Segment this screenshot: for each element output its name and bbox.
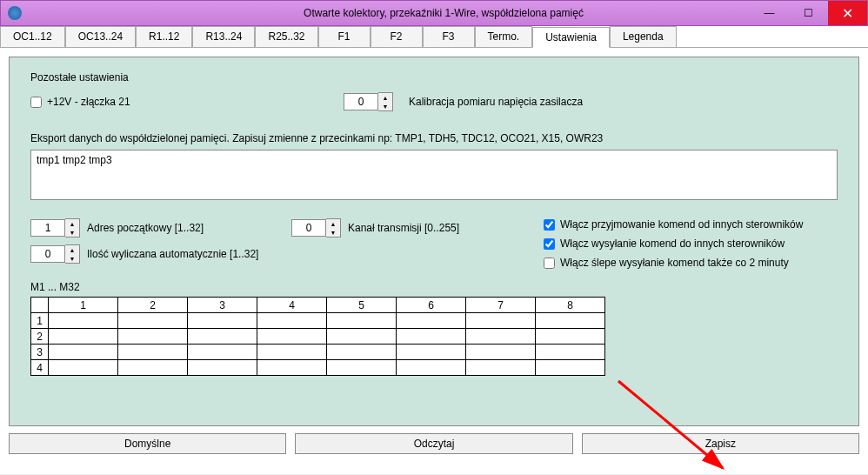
save-button[interactable]: Zapisz bbox=[582, 433, 859, 454]
checkbox-blind[interactable]: Włącz ślepe wysyłanie komend także co 2 … bbox=[544, 257, 789, 269]
window-controls: — ☐ ✕ bbox=[750, 1, 867, 25]
defaults-button[interactable]: Domyślne bbox=[9, 433, 286, 454]
grid-row-1[interactable]: 1 bbox=[31, 313, 605, 329]
channel-down[interactable]: ▼ bbox=[326, 228, 340, 237]
grid-row-2[interactable]: 2 bbox=[31, 329, 605, 345]
tab-oc1-12[interactable]: OC1..12 bbox=[0, 26, 65, 47]
grid-col-4: 4 bbox=[257, 298, 327, 313]
checkbox-blind-label: Włącz ślepe wysyłanie komend także co 2 … bbox=[560, 257, 789, 269]
minimize-button[interactable]: — bbox=[750, 1, 789, 25]
calibration-spinner[interactable]: ▲ ▼ bbox=[344, 92, 393, 111]
tab-f2[interactable]: F2 bbox=[371, 26, 423, 47]
close-button[interactable]: ✕ bbox=[828, 1, 867, 25]
checkbox-12v[interactable]: +12V - złączka 21 bbox=[30, 96, 344, 108]
checkbox-receive-input[interactable] bbox=[544, 219, 555, 231]
svg-line-0 bbox=[618, 381, 723, 468]
window-title: Otwarte kolektory, przekaźniki 1-Wire, w… bbox=[27, 7, 860, 19]
calibration-input[interactable] bbox=[344, 93, 378, 110]
checkbox-12v-label: +12V - złączka 21 bbox=[47, 96, 130, 108]
checkbox-receive-label: Włącz przyjmowanie komend od innych ster… bbox=[560, 218, 803, 231]
tab-f1[interactable]: F1 bbox=[318, 26, 371, 47]
section-title: Pozostałe ustawienia bbox=[30, 71, 838, 84]
auto-count-down[interactable]: ▼ bbox=[65, 254, 79, 263]
channel-input[interactable] bbox=[291, 219, 326, 237]
tab-f3[interactable]: F3 bbox=[423, 26, 475, 47]
calibration-label: Kalibracja pomiaru napięcia zasilacza bbox=[409, 96, 583, 108]
m-grid[interactable]: 1 2 3 4 5 6 7 8 1 2 3 4 bbox=[30, 297, 605, 376]
checkbox-blind-input[interactable] bbox=[544, 258, 555, 269]
tab-r25-32[interactable]: R25..32 bbox=[255, 26, 317, 47]
m-label: M1 ... M32 bbox=[30, 281, 838, 293]
addr-start-label: Adres początkowy [1..32] bbox=[87, 222, 204, 234]
export-textarea[interactable] bbox=[30, 150, 838, 200]
tab-oc13-24[interactable]: OC13..24 bbox=[65, 26, 136, 47]
checkbox-send-label: Włącz wysyłanie komend do innych sterown… bbox=[560, 238, 785, 250]
grid-col-8: 8 bbox=[536, 298, 605, 313]
settings-panel: Pozostałe ustawienia +12V - złączka 21 ▲… bbox=[9, 57, 859, 426]
grid-col-2: 2 bbox=[118, 298, 188, 313]
checkbox-12v-input[interactable] bbox=[30, 97, 42, 108]
channel-label: Kanał transmisji [0..255] bbox=[348, 222, 459, 234]
tab-legenda[interactable]: Legenda bbox=[610, 26, 677, 47]
checkbox-receive[interactable]: Włącz przyjmowanie komend od innych ster… bbox=[544, 218, 803, 231]
addr-start-down[interactable]: ▼ bbox=[65, 228, 79, 237]
auto-count-up[interactable]: ▲ bbox=[65, 245, 79, 254]
grid-col-6: 6 bbox=[397, 298, 466, 313]
grid-col-3: 3 bbox=[188, 298, 257, 313]
read-button[interactable]: Odczytaj bbox=[295, 433, 572, 454]
tab-r1-12[interactable]: R1..12 bbox=[136, 26, 192, 47]
export-label: Eksport danych do współdzielonej pamięci… bbox=[30, 132, 838, 144]
grid-col-1: 1 bbox=[49, 298, 118, 313]
bottom-button-bar: Domyślne Odczytaj Zapisz bbox=[9, 433, 859, 454]
grid-col-5: 5 bbox=[327, 298, 397, 313]
auto-count-spinner[interactable]: ▲ ▼ bbox=[30, 244, 80, 264]
tab-r13-24[interactable]: R13..24 bbox=[192, 26, 255, 47]
grid-col-7: 7 bbox=[466, 298, 536, 313]
channel-up[interactable]: ▲ bbox=[326, 219, 340, 228]
annotation-arrow bbox=[610, 372, 749, 475]
calibration-up[interactable]: ▲ bbox=[378, 93, 392, 102]
tab-termo[interactable]: Termo. bbox=[475, 26, 533, 47]
content-area: Pozostałe ustawienia +12V - złączka 21 ▲… bbox=[0, 48, 868, 474]
tab-bar: OC1..12 OC13..24 R1..12 R13..24 R25..32 … bbox=[0, 26, 868, 48]
maximize-button[interactable]: ☐ bbox=[789, 1, 828, 25]
grid-corner bbox=[31, 298, 49, 313]
channel-spinner[interactable]: ▲ ▼ bbox=[291, 218, 341, 238]
checkbox-send[interactable]: Włącz wysyłanie komend do innych sterown… bbox=[544, 238, 785, 250]
tab-ustawienia[interactable]: Ustawienia bbox=[532, 27, 610, 48]
addr-start-spinner[interactable]: ▲ ▼ bbox=[30, 218, 80, 238]
auto-count-label: Ilość wyliczana automatycznie [1..32] bbox=[87, 248, 258, 260]
app-icon bbox=[8, 6, 22, 20]
addr-start-input[interactable] bbox=[30, 219, 65, 237]
auto-count-input[interactable] bbox=[30, 245, 65, 263]
grid-row-4[interactable]: 4 bbox=[31, 360, 605, 376]
addr-start-up[interactable]: ▲ bbox=[65, 219, 79, 228]
grid-row-3[interactable]: 3 bbox=[31, 345, 605, 360]
checkbox-send-input[interactable] bbox=[544, 238, 555, 250]
calibration-down[interactable]: ▼ bbox=[378, 102, 392, 110]
titlebar: Otwarte kolektory, przekaźniki 1-Wire, w… bbox=[0, 0, 868, 26]
